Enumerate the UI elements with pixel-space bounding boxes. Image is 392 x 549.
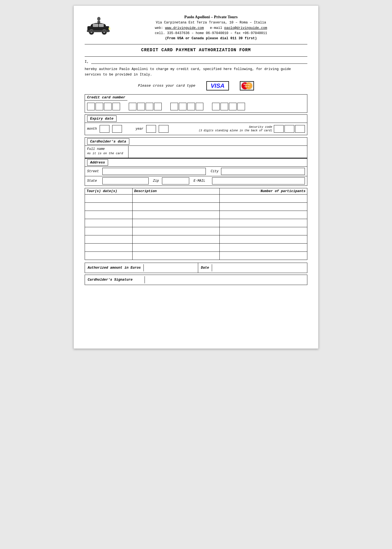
security-digit-2[interactable] (284, 125, 294, 133)
header-text-block: Paolo Apolloni – Private Tours Via Carpi… (115, 14, 307, 41)
tour-date-cell[interactable] (85, 227, 133, 235)
address-section: Address Street City State Zip E-MAIL (85, 158, 307, 186)
security-digit-3[interactable] (295, 125, 305, 133)
cc-digit-1[interactable] (87, 103, 95, 110)
address-title: Address (85, 159, 307, 167)
security-code-label: Security code (199, 125, 272, 129)
tours-row-7 (85, 251, 307, 260)
street-row: Street City (85, 167, 307, 176)
tour-date-cell[interactable] (85, 251, 133, 260)
form-title: CREDIT CARD PAYMENT AUTHORIZATION FORM (85, 48, 307, 53)
month-input[interactable] (100, 125, 109, 133)
state-input[interactable] (102, 177, 149, 184)
zip-label: Zip (153, 179, 160, 183)
svg-rect-10 (87, 30, 110, 32)
authorized-amount-row: Authorized amount in Euros Date (85, 263, 307, 273)
fullname-input[interactable] (128, 146, 307, 158)
web-link[interactable]: www.drivinguide.com (165, 26, 204, 30)
cc-digit-3[interactable] (104, 103, 112, 110)
tours-table: Tour(s) date(s) Description Number of pa… (85, 188, 307, 260)
cc-digit-10[interactable] (179, 103, 186, 110)
tour-date-cell[interactable] (85, 243, 133, 251)
cc-digit-11[interactable] (187, 103, 195, 110)
company-logo (85, 14, 115, 37)
cc-digit-9[interactable] (170, 103, 178, 110)
cc-digit-16[interactable] (237, 103, 245, 110)
tours-row-5 (85, 235, 307, 243)
tour-date-cell[interactable] (85, 211, 133, 219)
svg-rect-4 (93, 24, 98, 27)
cc-digit-6[interactable] (137, 103, 145, 110)
tour-desc-cell[interactable] (133, 202, 220, 211)
cc-digit-5[interactable] (129, 103, 136, 110)
email-link[interactable]: paolo@drivinguide.com (224, 26, 267, 30)
fullname-sub-label: As it is on the card (87, 151, 126, 156)
year-input-2[interactable] (159, 125, 169, 133)
svg-rect-11 (109, 28, 110, 30)
authorized-amount-input[interactable] (144, 263, 198, 273)
security-code-sub: (3 digits standing alone in the back of … (199, 129, 272, 132)
tours-col3-header: Number of participants (220, 188, 307, 194)
name-field[interactable] (91, 59, 307, 64)
street-input[interactable] (102, 168, 206, 175)
tour-participants-cell[interactable] (220, 235, 307, 243)
i-line: I, (85, 59, 307, 64)
tours-row-6 (85, 243, 307, 251)
tour-participants-cell[interactable] (220, 243, 307, 251)
email-input[interactable] (212, 177, 305, 184)
tour-desc-cell[interactable] (133, 227, 220, 235)
month-label: month (87, 127, 97, 131)
cardholder-section: Cardholder's data Full name As it is on … (85, 137, 307, 158)
credit-card-number-section: Credit card number (85, 94, 307, 113)
cc-digit-14[interactable] (220, 103, 228, 110)
tour-desc-cell[interactable] (133, 211, 220, 219)
tours-row-2 (85, 211, 307, 219)
tour-date-cell[interactable] (85, 235, 133, 243)
tour-participants-cell[interactable] (220, 194, 307, 202)
hereby-text: hereby authorize Paolo Apolloni to charg… (85, 66, 307, 77)
tour-participants-cell[interactable] (220, 251, 307, 260)
tour-desc-cell[interactable] (133, 243, 220, 251)
security-label-stack: Security code (3 digits standing alone i… (199, 125, 272, 132)
cc-digit-4[interactable] (112, 103, 120, 110)
visa-logo[interactable]: VISA (206, 81, 229, 90)
signature-input[interactable] (145, 275, 307, 285)
mastercard-logo[interactable]: MasterCard (240, 81, 254, 90)
date-label: Date (198, 264, 212, 271)
state-label: State (87, 179, 100, 183)
tour-participants-cell[interactable] (220, 219, 307, 227)
zip-input[interactable] (162, 177, 189, 184)
tour-participants-cell[interactable] (220, 227, 307, 235)
tour-desc-cell[interactable] (133, 235, 220, 243)
expiry-label: Expiry date (85, 115, 307, 123)
month-input-2[interactable] (112, 125, 122, 133)
tour-participants-cell[interactable] (220, 211, 307, 219)
cc-number-label: Credit card number (85, 95, 127, 101)
date-input[interactable] (212, 263, 307, 273)
year-input-1[interactable] (146, 125, 156, 133)
cc-digit-12[interactable] (196, 103, 203, 110)
security-digit-1[interactable] (274, 125, 284, 133)
tour-desc-cell[interactable] (133, 194, 220, 202)
street-label: Street (87, 169, 100, 173)
header: Paolo Apolloni – Private Tours Via Carpi… (85, 14, 307, 41)
email-label: E-MAIL (194, 179, 210, 183)
tours-header-row: Tour(s) date(s) Description Number of pa… (85, 188, 307, 194)
cc-digit-15[interactable] (229, 103, 237, 110)
cc-digit-8[interactable] (154, 103, 162, 110)
city-input[interactable] (221, 168, 305, 175)
fullname-label: Full name As it is on the card (85, 146, 128, 158)
cc-digit-2[interactable] (96, 103, 103, 110)
tour-participants-cell[interactable] (220, 202, 307, 211)
tour-desc-cell[interactable] (133, 251, 220, 260)
header-divider (85, 44, 307, 44)
tour-date-cell[interactable] (85, 194, 133, 202)
tour-date-cell[interactable] (85, 219, 133, 227)
tour-desc-cell[interactable] (133, 219, 220, 227)
cc-digit-7[interactable] (146, 103, 153, 110)
mc-text: MasterCard (243, 84, 250, 88)
year-label: year (136, 127, 143, 131)
tour-date-cell[interactable] (85, 202, 133, 211)
fullname-label-text: Full name (87, 147, 126, 151)
cc-digit-13[interactable] (212, 103, 220, 110)
